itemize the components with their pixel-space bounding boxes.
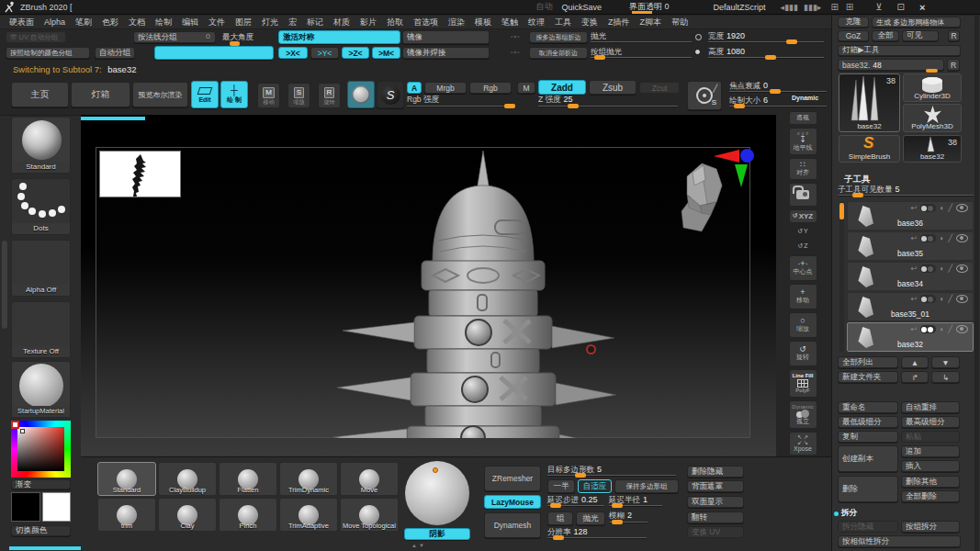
move-to-folder-button[interactable]: ↱ xyxy=(901,371,929,383)
current-material-button[interactable] xyxy=(347,81,375,108)
move-out-folder-button[interactable]: ↳ xyxy=(931,371,960,383)
move-canvas-button[interactable]: + 移动 xyxy=(789,284,817,309)
menu-item[interactable]: 工具 xyxy=(555,17,571,28)
solo-button[interactable]: Dynamic 孤立 xyxy=(789,400,817,429)
zsub-button[interactable]: Zsub xyxy=(589,80,636,95)
edit-button[interactable]: Edit xyxy=(191,81,219,108)
pen-icon[interactable]: ╱ xyxy=(948,204,952,212)
activate-symmetry-button[interactable]: 激活对称 xyxy=(278,30,400,44)
polish-by-groups-slider[interactable]: 按组抛光 xyxy=(591,47,692,60)
color-picker[interactable] xyxy=(11,421,71,478)
shadow-button[interactable]: 阴影 xyxy=(404,528,470,540)
m-channel-button[interactable]: M xyxy=(517,82,535,94)
normals-radio-icon[interactable] xyxy=(206,34,210,39)
contrast-icon[interactable]: ◐ xyxy=(940,234,944,242)
keep-groups-button[interactable]: 保持多边形组 xyxy=(614,479,679,493)
sym-m-button[interactable]: >M< xyxy=(372,47,400,59)
polypaint-icon[interactable]: ↩ xyxy=(911,204,918,212)
menu-item[interactable]: 变换 xyxy=(581,17,598,28)
half-button[interactable]: 一半 xyxy=(547,479,575,493)
menu-item[interactable]: Alpha xyxy=(44,17,65,27)
ui-opacity-handle[interactable] xyxy=(632,11,652,14)
subtool-down-button[interactable]: ▼ xyxy=(931,356,960,368)
z-intensity-slider[interactable]: Z 强度25 xyxy=(538,95,678,108)
lightbox-button[interactable]: 灯箱 xyxy=(71,82,130,107)
lazy-step-slider[interactable]: 延迟步进0.25 xyxy=(547,495,604,508)
rotate-gyro-button[interactable]: R 旋转 xyxy=(318,83,341,108)
material-preview-sphere[interactable] xyxy=(405,461,469,525)
eye-icon[interactable] xyxy=(956,325,968,333)
paste-button[interactable]: 粘贴 xyxy=(901,431,960,443)
make-polymesh3d-button[interactable]: 生成 多边形网格物体 xyxy=(872,17,961,28)
sym-z-button[interactable]: >Z< xyxy=(342,47,369,59)
polish-radio-icon[interactable] xyxy=(695,34,702,40)
eye-icon[interactable] xyxy=(956,234,968,242)
menu-item[interactable]: 图层 xyxy=(235,17,252,28)
divider-horizontal-icon[interactable]: ⊞ xyxy=(830,2,838,12)
tray-resize-handle[interactable]: ▲▼ xyxy=(411,543,426,548)
mirror-button[interactable]: 镜像 xyxy=(402,30,490,44)
menu-item[interactable]: 影片 xyxy=(360,17,377,28)
height-slider[interactable]: 高度1080 xyxy=(708,47,824,60)
main-color-swatch[interactable] xyxy=(11,492,40,522)
divider-vertical-icon[interactable]: ⊞ xyxy=(846,2,853,12)
blur-slider[interactable]: 模糊2 xyxy=(609,511,648,524)
polypaint-icon[interactable]: ↩ xyxy=(911,295,918,303)
panel-scrollbar[interactable] xyxy=(974,16,979,551)
rotate-canvas-button[interactable]: ↺ 旋转 xyxy=(789,341,817,366)
current-stroke-button[interactable]: Dots xyxy=(11,178,71,235)
zscript-button[interactable]: DefaultZScript xyxy=(714,3,766,12)
rotate-xyz-button[interactable]: ↺XYZ xyxy=(789,209,817,223)
menu-item[interactable]: 模板 xyxy=(475,17,491,28)
rgb-button[interactable]: Rgb xyxy=(469,82,512,94)
delete-button[interactable]: 删除 xyxy=(838,476,898,502)
contrast-icon[interactable]: ◐ xyxy=(940,295,944,303)
resolution-slider[interactable]: 分辨率128 xyxy=(547,527,647,540)
brush-button[interactable]: Move Topological xyxy=(340,498,399,532)
home-button[interactable]: 主页 xyxy=(11,82,69,107)
brush-button[interactable]: Flatten xyxy=(219,462,277,496)
menu-item[interactable]: 首选项 xyxy=(413,17,438,28)
align-button[interactable]: ∷ 对齐 xyxy=(789,158,817,180)
secondary-color-swatch[interactable] xyxy=(42,492,71,522)
split-similar-button[interactable]: 按相似性拆分 xyxy=(838,535,961,547)
clone-button[interactable]: 克隆 xyxy=(838,17,869,28)
brush-button[interactable]: Move xyxy=(340,462,399,496)
lazymouse-button[interactable]: LazyMouse xyxy=(484,495,541,509)
rgb-intensity-slider[interactable]: Rgb 强度 xyxy=(407,95,515,108)
copy-button[interactable]: 复制 xyxy=(838,431,898,443)
polymesh3d-thumbnail[interactable]: PolyMesh3D xyxy=(903,104,962,132)
subtool-row[interactable]: ↩ ◐ ╱ base34 xyxy=(847,262,974,291)
zadd-button[interactable]: Zadd xyxy=(538,80,586,95)
viewport-canvas[interactable] xyxy=(81,115,776,456)
target-polygons-slider[interactable]: 目标多边形数5 xyxy=(547,465,676,478)
width-slider[interactable]: 宽度1920 xyxy=(708,31,824,44)
brush-button[interactable]: Standard xyxy=(97,462,156,496)
color-sv-square[interactable] xyxy=(17,427,64,471)
a-channel-button[interactable]: A xyxy=(407,82,422,94)
contrast-icon[interactable]: ◐ xyxy=(940,264,944,273)
use-tablet-button[interactable] xyxy=(154,46,274,60)
auto-reorder-button[interactable]: 自动重排 xyxy=(901,401,960,413)
menu-item[interactable]: Z脚本 xyxy=(640,17,662,28)
goz-button[interactable]: GoZ xyxy=(838,30,869,41)
brush-button[interactable]: Pinch xyxy=(219,498,277,532)
polyframe-button[interactable]: Line Fill PolyF xyxy=(789,369,817,398)
contrast-icon[interactable]: ◐ xyxy=(940,325,944,333)
visibility-pill-icon[interactable] xyxy=(920,295,936,303)
menu-item[interactable]: 编辑 xyxy=(182,17,198,28)
zcut-button[interactable]: Zcut xyxy=(639,82,680,94)
menu-item[interactable]: 纹理 xyxy=(528,17,545,28)
polypaint-icon[interactable]: ↩ xyxy=(911,325,918,333)
menu-item[interactable]: 拾取 xyxy=(387,17,403,28)
list-all-button[interactable]: 全部列出 xyxy=(838,356,898,368)
sym-y-button[interactable]: >Y< xyxy=(310,47,339,59)
lowest-subdiv-button[interactable]: 最低级细分 xyxy=(838,416,898,428)
material-picker-button[interactable]: S xyxy=(377,81,404,108)
eye-icon[interactable] xyxy=(956,295,968,303)
brush-button[interactable]: ClayBuildup xyxy=(158,462,217,496)
draw-button[interactable]: ┼ 绘 制 xyxy=(220,81,248,108)
group-by-normals-button[interactable]: 按法线分组 xyxy=(133,31,216,43)
autogroup-button[interactable]: 自动分组 xyxy=(95,47,135,59)
goz-all-button[interactable]: 全部 xyxy=(872,30,899,41)
